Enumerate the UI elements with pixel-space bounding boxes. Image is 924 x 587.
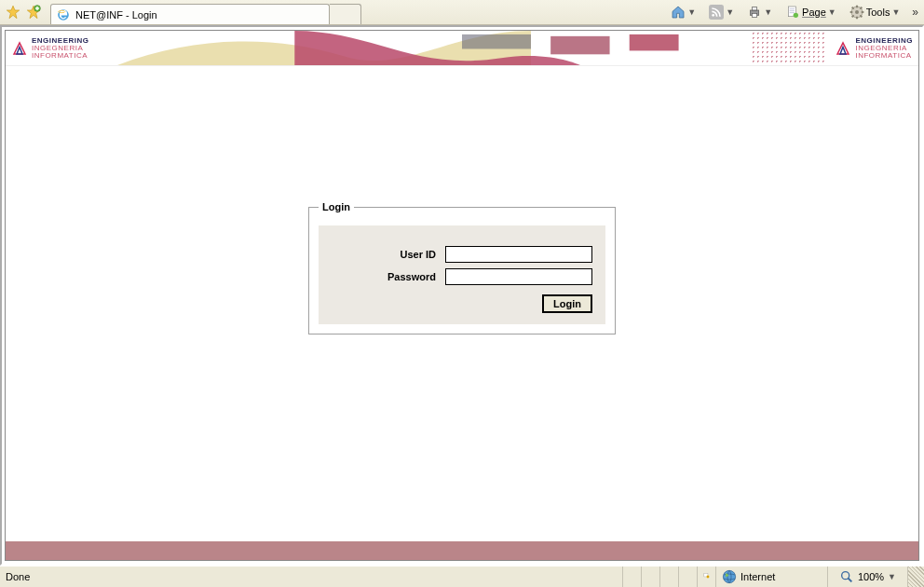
password-input[interactable] xyxy=(445,268,592,285)
svg-marker-0 xyxy=(7,6,19,18)
printer-icon xyxy=(747,5,762,20)
svg-rect-10 xyxy=(752,7,756,10)
svg-rect-11 xyxy=(752,13,756,17)
dropdown-arrow-icon: ▼ xyxy=(828,7,836,17)
feeds-button[interactable]: ▼ xyxy=(704,2,739,22)
zoom-level: 100% xyxy=(858,571,884,582)
ie-page-icon xyxy=(57,8,70,21)
print-button[interactable]: ▼ xyxy=(742,2,777,22)
dropdown-arrow-icon: ▼ xyxy=(764,7,772,17)
resize-grip[interactable] xyxy=(907,567,924,587)
triangle-logo-icon xyxy=(835,40,851,57)
browser-tab-toolbar: NET@INF - Login ▼ ▼ ▼ Page ▼ Tools ▼ » xyxy=(0,0,924,25)
status-separator xyxy=(678,567,697,587)
svg-point-16 xyxy=(794,13,798,18)
home-icon xyxy=(671,5,686,20)
login-button[interactable]: Login xyxy=(542,294,592,313)
page-menu-label: Page xyxy=(802,7,826,18)
page-menu-button[interactable]: Page ▼ xyxy=(781,2,841,22)
zoom-control[interactable]: 100% ▼ xyxy=(827,567,907,587)
svg-line-25 xyxy=(851,15,853,17)
site-banner: ENGINEERING INGEGNERIA INFORMATICA xyxy=(6,31,918,66)
dropdown-arrow-icon: ▼ xyxy=(687,7,696,17)
brand-logo-left: ENGINEERING INGEGNERIA INFORMATICA xyxy=(11,37,89,60)
globe-icon xyxy=(722,569,737,584)
svg-point-37 xyxy=(723,570,735,582)
brand-line3: INFORMATICA xyxy=(32,52,89,60)
gear-icon xyxy=(849,5,864,20)
status-popup-blocked[interactable] xyxy=(697,567,715,587)
password-label: Password xyxy=(332,271,436,282)
svg-rect-29 xyxy=(462,34,531,49)
brand-line3: INFORMATICA xyxy=(855,52,913,60)
browser-tab[interactable]: NET@INF - Login xyxy=(50,4,330,24)
dropdown-arrow-icon: ▼ xyxy=(726,7,734,17)
login-fieldset: Login User ID Password Login xyxy=(308,201,616,334)
browser-tab-title: NET@INF - Login xyxy=(75,9,157,20)
popup-blocked-icon xyxy=(703,569,710,584)
tools-menu-label: Tools xyxy=(866,7,890,18)
svg-line-26 xyxy=(860,7,862,9)
svg-point-18 xyxy=(855,10,859,14)
status-separator xyxy=(622,567,641,587)
svg-point-8 xyxy=(713,14,715,17)
toolbar-overflow-icon[interactable]: » xyxy=(908,6,918,19)
new-tab-button[interactable] xyxy=(330,4,361,24)
footer-strip xyxy=(6,541,918,560)
rss-icon xyxy=(709,5,724,20)
login-legend: Login xyxy=(319,201,354,212)
svg-line-24 xyxy=(860,15,862,17)
security-zone[interactable]: Internet xyxy=(715,567,827,587)
status-separator xyxy=(641,567,659,587)
status-text: Done xyxy=(0,567,622,587)
banner-halftone-pattern xyxy=(751,31,825,66)
page-content: Login User ID Password Login xyxy=(6,66,918,541)
svg-rect-30 xyxy=(550,36,609,54)
user-id-label: User ID xyxy=(332,249,436,260)
user-id-input[interactable] xyxy=(445,246,592,263)
home-button[interactable]: ▼ xyxy=(666,2,700,22)
browser-status-bar: Done Internet 100% ▼ xyxy=(0,566,924,587)
svg-rect-36 xyxy=(707,577,708,578)
add-to-favorites-icon[interactable] xyxy=(26,5,41,20)
svg-line-39 xyxy=(848,578,851,581)
dropdown-arrow-icon: ▼ xyxy=(888,572,896,581)
browser-viewport-frame: ENGINEERING INGEGNERIA INFORMATICA xyxy=(0,25,924,566)
favorites-star-icon[interactable] xyxy=(6,5,20,20)
brand-logo-right: ENGINEERING INGEGNERIA INFORMATICA xyxy=(835,37,913,60)
page-icon xyxy=(785,5,800,20)
magnifier-icon xyxy=(839,569,854,584)
svg-rect-31 xyxy=(630,34,679,51)
banner-decorative-art xyxy=(117,31,807,65)
status-separator xyxy=(659,567,678,587)
svg-line-23 xyxy=(851,7,853,9)
security-zone-label: Internet xyxy=(741,571,775,582)
svg-rect-7 xyxy=(709,5,724,20)
tools-menu-button[interactable]: Tools ▼ xyxy=(845,2,905,22)
triangle-logo-icon xyxy=(11,40,28,57)
dropdown-arrow-icon: ▼ xyxy=(891,7,900,17)
